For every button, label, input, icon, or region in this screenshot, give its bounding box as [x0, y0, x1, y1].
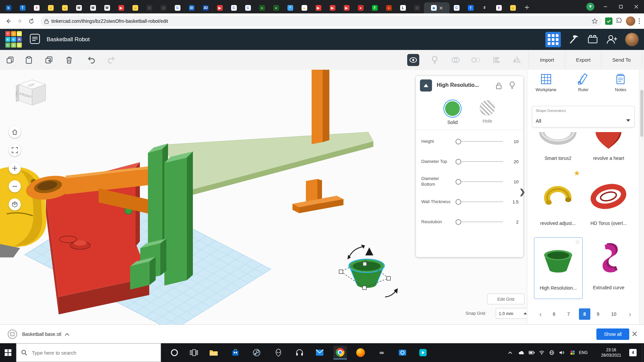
browser-tab[interactable]: ●	[269, 2, 283, 13]
shape-item-revolved-adjust[interactable]: revolved adjust...	[534, 170, 582, 226]
file-explorer-icon[interactable]	[207, 346, 220, 359]
sidebar-collapse-icon[interactable]: ❯	[519, 188, 525, 196]
page-6-button[interactable]: 6	[553, 308, 555, 320]
browser-tab[interactable]: 3D	[199, 2, 213, 13]
brick-export-icon[interactable]	[587, 34, 598, 45]
bookmark-star-icon[interactable]	[592, 18, 598, 24]
browser-tab[interactable]: G	[449, 2, 464, 13]
sidebar-tool-notes[interactable]: Notes	[604, 73, 637, 92]
taskbar-clock[interactable]: 23:16 26/03/2021	[596, 343, 627, 362]
sidebar-tool-workplane[interactable]: Workplane	[529, 73, 563, 92]
steam-icon[interactable]	[250, 346, 263, 359]
action-center-icon[interactable]: 4	[629, 349, 637, 356]
browser-tab[interactable]: ○	[156, 2, 170, 13]
download-filename[interactable]: Basketball base.stl	[22, 331, 61, 337]
export-button[interactable]: Export	[565, 50, 601, 69]
show-all-downloads-button[interactable]: Show all	[596, 328, 629, 340]
view-cube[interactable]: TOP FRONT LEFT	[13, 76, 56, 113]
parameter-slider[interactable]	[456, 141, 503, 142]
language-indicator[interactable]: ENG	[579, 343, 588, 362]
browser-tab[interactable]: ☺	[58, 2, 72, 13]
redo-icon[interactable]	[107, 55, 116, 65]
browser-tab[interactable]: ●	[255, 2, 269, 13]
new-tab-button[interactable]	[522, 2, 532, 12]
slider-handle[interactable]	[455, 199, 461, 205]
orange-post-shape[interactable]	[312, 70, 329, 144]
browser-tab[interactable]: ▶	[339, 2, 354, 13]
delete-icon[interactable]	[64, 55, 74, 65]
scrollbar-thumb[interactable]	[640, 90, 643, 137]
download-expand-icon[interactable]	[65, 333, 69, 336]
lightbulb-icon[interactable]	[430, 55, 439, 65]
send-to-button[interactable]: Send To	[601, 50, 642, 69]
reload-button[interactable]	[25, 15, 37, 27]
page-10-button[interactable]: 10	[611, 308, 616, 320]
camera-app-icon[interactable]	[396, 346, 409, 359]
user-avatar[interactable]	[625, 33, 639, 46]
start-button[interactable]	[0, 343, 16, 362]
ungroup-icon[interactable]	[471, 55, 480, 65]
dashboard-grid-button[interactable]	[545, 32, 561, 47]
browser-tab[interactable]: F	[478, 2, 492, 13]
close-download-bar-icon[interactable]	[632, 331, 637, 337]
browser-tab[interactable]: F	[368, 2, 382, 13]
onedrive-cloud-icon[interactable]	[518, 349, 525, 356]
table-shape[interactable]	[163, 132, 373, 196]
browser-tab[interactable]: ▶	[213, 2, 227, 13]
browser-tab[interactable]: ●	[354, 2, 368, 13]
browser-update-icon[interactable]	[586, 3, 594, 11]
video-editor-icon[interactable]	[416, 346, 430, 359]
alienware-command-icon[interactable]: ∞	[375, 346, 388, 359]
browser-tab[interactable]: W	[72, 2, 86, 13]
paste-icon[interactable]	[24, 55, 34, 65]
tab-close-icon[interactable]	[439, 6, 443, 10]
shape-item-high-resolution-selected[interactable]: ☆ High Resolution...	[534, 237, 583, 299]
browser-tab[interactable]: #	[492, 2, 506, 13]
home-view-button[interactable]	[9, 126, 21, 138]
shape-item-revolve-heart[interactable]: revolve a heart	[585, 132, 633, 161]
page-7-button[interactable]: 7	[567, 308, 570, 320]
shape-item-hd-torus[interactable]: HD Torus (overl...	[585, 170, 633, 226]
browser-tab[interactable]: ☺	[128, 2, 142, 13]
forward-button[interactable]	[14, 15, 25, 27]
browser-tab[interactable]: ○	[142, 2, 156, 13]
network-globe-icon[interactable]	[548, 349, 555, 356]
shape-item-smart-torus[interactable]: Smart torus2	[534, 132, 582, 161]
slider-handle[interactable]	[455, 139, 461, 144]
browser-tab[interactable]: ▶	[325, 2, 339, 13]
zoom-out-button[interactable]	[9, 180, 21, 192]
chrome-icon[interactable]	[333, 346, 347, 359]
sidebar-tool-ruler[interactable]: Ruler	[567, 73, 600, 92]
zoom-in-button[interactable]	[9, 162, 21, 174]
parameter-slider[interactable]	[456, 161, 503, 162]
copy-icon[interactable]	[5, 55, 15, 65]
adblock-extension-icon[interactable]	[605, 17, 612, 25]
browser-tab[interactable]: ☺	[506, 2, 520, 13]
browser-tab[interactable]: G	[227, 2, 241, 13]
perspective-toggle-button[interactable]	[9, 198, 21, 210]
microsoft-store-icon[interactable]	[229, 346, 242, 359]
profile-avatar[interactable]	[626, 16, 635, 26]
page-scrollbar[interactable]	[639, 70, 644, 324]
speaker-icon[interactable]	[558, 349, 566, 356]
slider-handle[interactable]	[455, 179, 461, 185]
task-view-icon[interactable]	[187, 346, 201, 359]
browser-tab[interactable]: f	[464, 2, 478, 13]
browser-tab[interactable]: ○	[410, 2, 424, 13]
browser-tab[interactable]: ▶	[311, 2, 325, 13]
parameter-slider[interactable]	[456, 222, 503, 222]
browser-tab[interactable]: b	[1, 2, 15, 13]
browser-tab[interactable]: W	[86, 2, 100, 13]
opera-gx-icon[interactable]	[168, 346, 181, 359]
browser-tab-active[interactable]: ◆	[424, 2, 449, 13]
url-bar[interactable]: tinkercad.com/things/bzZ2siwsOfm-basketb…	[40, 16, 602, 26]
back-button[interactable]	[3, 15, 14, 27]
parameter-slider[interactable]	[456, 181, 503, 182]
edit-grid-button[interactable]: Edit Grid	[487, 294, 525, 304]
browser-tab[interactable]: #	[30, 2, 44, 13]
shape-generators-select[interactable]: Shape Generators All	[532, 106, 635, 127]
browser-tab[interactable]: iD	[184, 2, 199, 13]
solid-option[interactable]: Solid	[444, 100, 461, 125]
page-prev-button[interactable]: ‹	[539, 308, 542, 320]
browser-tab[interactable]: *	[283, 2, 297, 13]
